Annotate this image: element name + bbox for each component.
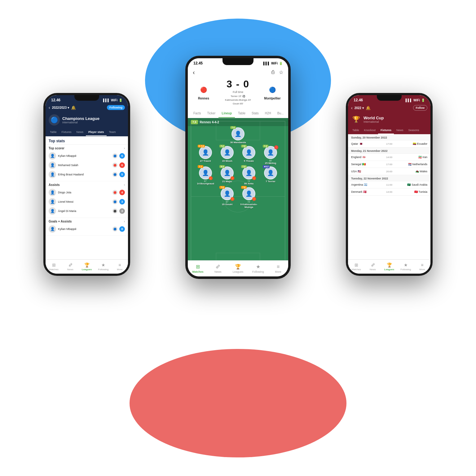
tab-ticker[interactable]: Ticker (204, 109, 218, 118)
avatar: 👤 (49, 207, 56, 215)
player-name: 30 Mandanda (230, 141, 246, 144)
year-selector[interactable]: 2022/2023 ▾ (52, 106, 69, 109)
nav-leagues[interactable]: 🏆 Leagues (78, 260, 95, 274)
player-name: 21 Majer (222, 180, 232, 183)
right-back-button[interactable]: ‹ (351, 105, 353, 110)
match-events: Terrier 15' ⚽ Kalimuendo-Muinga 23' Goui… (218, 95, 258, 106)
home-team-logo: 🔴 (198, 84, 209, 95)
list-item: 👤 Ángel Di Maria ⚫ 3 (49, 206, 125, 216)
fixture-time: 17:00 (385, 143, 394, 145)
list-item: 👤 C 7,8 27 Traoré (196, 146, 215, 165)
tab-stats[interactable]: Stats (249, 109, 262, 118)
tab-h2h[interactable]: H2H (262, 109, 274, 118)
nav-news[interactable]: 🗞 News (62, 260, 78, 274)
fwd-row: 👤 7,8 ↕ 87' 19 Gouiri 👤 7,8 ↕ (188, 187, 288, 209)
list-item: 👤 7,2 ↑ 88' 25 Meling (261, 146, 280, 165)
wifi-icon: WiFi (271, 62, 278, 65)
nav-more[interactable]: ≡ More (268, 261, 288, 276)
star-icon[interactable]: ☆ (279, 69, 283, 75)
signal-icon: ▌▌▌ (263, 62, 270, 65)
player-event-time: 87' (226, 201, 228, 203)
share-icon[interactable]: ⎙ (271, 69, 275, 75)
list-item: 👤 7,6 5 Theate (239, 146, 258, 165)
club-logo: 🔴 (112, 163, 117, 168)
tab-team[interactable]: Team (107, 129, 118, 136)
nav-matches[interactable]: ⊞ Matches (188, 261, 208, 276)
fixture-time: 17:00 (385, 163, 394, 166)
year-selector-right[interactable]: 2022 ▾ (355, 106, 364, 110)
nav-matches[interactable]: ⊞ Matches (46, 260, 62, 274)
nav-news[interactable]: 🗞 News (364, 260, 381, 274)
player-name: 27 Traoré (200, 160, 211, 163)
tab-table[interactable]: Table (350, 127, 362, 134)
tab-table[interactable]: Table (47, 129, 59, 136)
back-button[interactable]: ‹ (193, 69, 195, 76)
substitution-icon: ↕ (209, 176, 213, 180)
list-item: 👤 Lionel Messi 🔵 3 (49, 197, 125, 206)
tab-fixtures[interactable]: Fixtures (378, 127, 394, 134)
left-bottom-nav: ⊞ Matches 🗞 News 🏆 Leagues ★ Following ≡ (46, 259, 128, 274)
nav-following[interactable]: ★ Following (248, 261, 268, 276)
list-item: 👤 ★9,0 7 Terrier (261, 166, 280, 185)
player-event-time: 74' (247, 180, 250, 182)
nav-leagues[interactable]: 🏆 Leagues (228, 261, 248, 276)
bell-icon[interactable]: 🔔 (71, 105, 76, 110)
tab-facts[interactable]: Facts (190, 109, 204, 118)
nav-matches[interactable]: ⊞ Matches (348, 260, 364, 274)
player-name: 25 Meling (265, 162, 276, 165)
assists-title: Assists › (49, 183, 125, 187)
right-content: Sunday, 20 November 2022 Qatar 🇶🇦 17:00 … (348, 134, 430, 259)
player-avatar-wrap: 👤 7,8 ↕ (221, 187, 234, 200)
avatar: 👤 (49, 198, 56, 205)
tab-seasons[interactable]: Seasons (406, 127, 422, 134)
nav-news-label: News (67, 268, 73, 271)
match-status: Full time (218, 90, 258, 94)
nav-matches-label: Matches (351, 268, 361, 271)
nav-following[interactable]: ★ Following (95, 260, 112, 274)
mid-row: 👤 7,7 ↕ 87' 14 Bourigeaud 👤 8,4 ↕ (188, 166, 288, 185)
bell-icon[interactable]: 🔔 (366, 106, 371, 110)
list-item: 👤 7,8 ↕ 87' 19 Gouiri (218, 187, 237, 209)
player-rating-badge: 7,2 (263, 145, 268, 148)
tab-player-stats[interactable]: Player stats (86, 129, 107, 136)
nav-following[interactable]: ★ Following (398, 260, 414, 274)
right-top-bar: ‹ 2022 ▾ 🔔 Follow (348, 104, 430, 113)
tab-bu[interactable]: Bu... (274, 109, 287, 118)
tab-lineup[interactable]: Lineup (218, 109, 235, 118)
news-icon: 🗞 (68, 262, 73, 267)
list-item: Senegal 🇸🇳 17:00 🇳🇱 Netherlands (348, 161, 430, 168)
nav-more[interactable]: ≡ More (414, 260, 430, 274)
leagues-icon: 🏆 (84, 262, 90, 267)
player-event-time: 88' (269, 160, 272, 162)
league-type: International (364, 120, 384, 123)
tab-news[interactable]: News (394, 127, 406, 134)
home-team-block: 🔴 Rennes (193, 84, 214, 100)
list-item: England 🏴󠁧󠁢󠁥󠁮󠁧󠁿 14:00 🇮🇷 Iran (348, 154, 430, 161)
center-screen: 12.45 ▌▌▌ WiFi 🔋 ‹ ⎙ ☆ � (188, 58, 288, 276)
tab-news[interactable]: News (74, 129, 86, 136)
avatar: 👤 (231, 127, 245, 140)
away-team-name: Montpellier (264, 97, 280, 100)
nav-news[interactable]: 🗞 News (208, 261, 228, 276)
list-item: 👤 Diogo Jota 🔴 4 (49, 188, 125, 197)
tab-fixtures[interactable]: Fixtures (59, 129, 74, 136)
nav-news-label: News (214, 270, 222, 273)
left-back-button[interactable]: ‹ (49, 105, 50, 110)
fixture-time: 20:00 (385, 170, 394, 173)
fixture-time: 11:00 (385, 183, 394, 186)
player-rating-badge: ★9,0 (263, 165, 270, 168)
nav-leagues[interactable]: 🏆 Leagues (381, 260, 397, 274)
player-rating-badge: 8,4 (219, 165, 225, 168)
tab-table[interactable]: Table (235, 109, 249, 118)
nav-more[interactable]: ≡ More (112, 260, 128, 274)
nav-more-label: More (275, 270, 281, 273)
nav-following-label: Following (98, 268, 108, 271)
player-avatar-wrap: 👤 8,4 ↕ (221, 166, 234, 179)
following-button[interactable]: Following (107, 105, 125, 110)
substitution-icon: ↕ (231, 197, 234, 201)
matches-icon: ⊞ (196, 264, 200, 270)
home-team: Argentina 🇦🇷 (351, 183, 384, 186)
tab-knockout[interactable]: Knockout (362, 127, 378, 134)
follow-button[interactable]: Follow (413, 105, 428, 111)
top-stats-title: Top stats (46, 136, 128, 145)
